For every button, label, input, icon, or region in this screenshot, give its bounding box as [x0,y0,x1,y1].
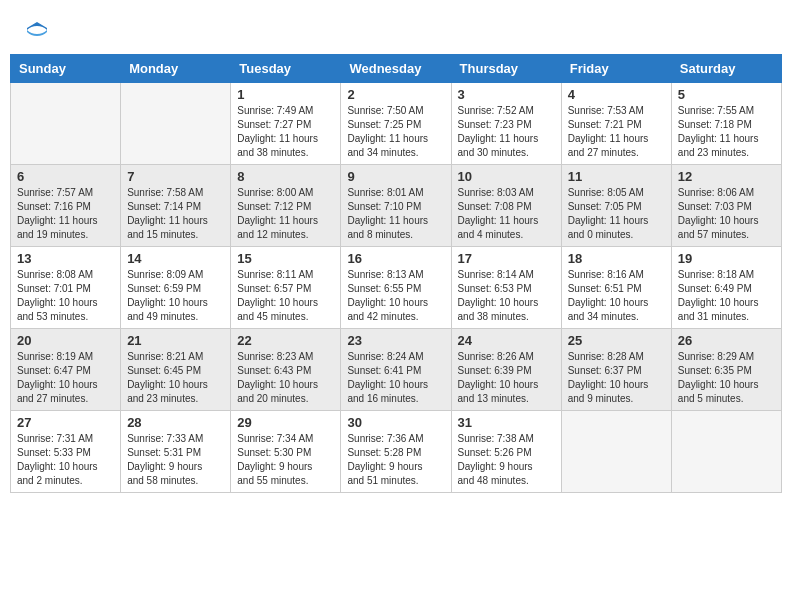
day-number: 19 [678,251,775,266]
day-info: Sunrise: 8:26 AM Sunset: 6:39 PM Dayligh… [458,350,555,406]
calendar-cell: 1Sunrise: 7:49 AM Sunset: 7:27 PM Daylig… [231,83,341,165]
column-header-sunday: Sunday [11,55,121,83]
calendar-cell: 14Sunrise: 8:09 AM Sunset: 6:59 PM Dayli… [121,247,231,329]
calendar-cell: 20Sunrise: 8:19 AM Sunset: 6:47 PM Dayli… [11,329,121,411]
calendar-cell: 10Sunrise: 8:03 AM Sunset: 7:08 PM Dayli… [451,165,561,247]
calendar-cell: 15Sunrise: 8:11 AM Sunset: 6:57 PM Dayli… [231,247,341,329]
calendar-cell: 28Sunrise: 7:33 AM Sunset: 5:31 PM Dayli… [121,411,231,493]
day-info: Sunrise: 8:01 AM Sunset: 7:10 PM Dayligh… [347,186,444,242]
column-header-wednesday: Wednesday [341,55,451,83]
calendar-header-row: SundayMondayTuesdayWednesdayThursdayFrid… [11,55,782,83]
day-number: 5 [678,87,775,102]
column-header-tuesday: Tuesday [231,55,341,83]
calendar-cell: 26Sunrise: 8:29 AM Sunset: 6:35 PM Dayli… [671,329,781,411]
calendar-cell: 22Sunrise: 8:23 AM Sunset: 6:43 PM Dayli… [231,329,341,411]
day-number: 29 [237,415,334,430]
day-number: 30 [347,415,444,430]
day-info: Sunrise: 8:29 AM Sunset: 6:35 PM Dayligh… [678,350,775,406]
calendar-cell [671,411,781,493]
day-info: Sunrise: 8:14 AM Sunset: 6:53 PM Dayligh… [458,268,555,324]
day-number: 4 [568,87,665,102]
calendar-cell: 17Sunrise: 8:14 AM Sunset: 6:53 PM Dayli… [451,247,561,329]
day-number: 20 [17,333,114,348]
day-info: Sunrise: 7:31 AM Sunset: 5:33 PM Dayligh… [17,432,114,488]
day-number: 25 [568,333,665,348]
day-number: 28 [127,415,224,430]
day-number: 22 [237,333,334,348]
day-number: 16 [347,251,444,266]
day-info: Sunrise: 7:36 AM Sunset: 5:28 PM Dayligh… [347,432,444,488]
calendar-week-row: 6Sunrise: 7:57 AM Sunset: 7:16 PM Daylig… [11,165,782,247]
day-number: 7 [127,169,224,184]
day-number: 1 [237,87,334,102]
day-number: 26 [678,333,775,348]
day-info: Sunrise: 8:13 AM Sunset: 6:55 PM Dayligh… [347,268,444,324]
day-number: 8 [237,169,334,184]
calendar-cell: 16Sunrise: 8:13 AM Sunset: 6:55 PM Dayli… [341,247,451,329]
day-info: Sunrise: 8:28 AM Sunset: 6:37 PM Dayligh… [568,350,665,406]
calendar-cell [11,83,121,165]
day-info: Sunrise: 7:50 AM Sunset: 7:25 PM Dayligh… [347,104,444,160]
day-number: 31 [458,415,555,430]
logo-icon [25,20,49,44]
day-number: 15 [237,251,334,266]
column-header-thursday: Thursday [451,55,561,83]
calendar-cell [121,83,231,165]
day-info: Sunrise: 7:34 AM Sunset: 5:30 PM Dayligh… [237,432,334,488]
day-number: 2 [347,87,444,102]
day-info: Sunrise: 8:08 AM Sunset: 7:01 PM Dayligh… [17,268,114,324]
day-info: Sunrise: 8:00 AM Sunset: 7:12 PM Dayligh… [237,186,334,242]
day-number: 17 [458,251,555,266]
calendar-cell: 8Sunrise: 8:00 AM Sunset: 7:12 PM Daylig… [231,165,341,247]
calendar-week-row: 20Sunrise: 8:19 AM Sunset: 6:47 PM Dayli… [11,329,782,411]
day-info: Sunrise: 8:19 AM Sunset: 6:47 PM Dayligh… [17,350,114,406]
day-info: Sunrise: 8:11 AM Sunset: 6:57 PM Dayligh… [237,268,334,324]
day-info: Sunrise: 7:57 AM Sunset: 7:16 PM Dayligh… [17,186,114,242]
calendar-week-row: 1Sunrise: 7:49 AM Sunset: 7:27 PM Daylig… [11,83,782,165]
day-info: Sunrise: 8:16 AM Sunset: 6:51 PM Dayligh… [568,268,665,324]
calendar-week-row: 27Sunrise: 7:31 AM Sunset: 5:33 PM Dayli… [11,411,782,493]
column-header-friday: Friday [561,55,671,83]
calendar-cell: 30Sunrise: 7:36 AM Sunset: 5:28 PM Dayli… [341,411,451,493]
day-info: Sunrise: 7:58 AM Sunset: 7:14 PM Dayligh… [127,186,224,242]
calendar-cell: 7Sunrise: 7:58 AM Sunset: 7:14 PM Daylig… [121,165,231,247]
calendar-cell: 12Sunrise: 8:06 AM Sunset: 7:03 PM Dayli… [671,165,781,247]
day-number: 6 [17,169,114,184]
column-header-saturday: Saturday [671,55,781,83]
page-header [10,10,782,49]
calendar-cell: 29Sunrise: 7:34 AM Sunset: 5:30 PM Dayli… [231,411,341,493]
calendar-cell: 25Sunrise: 8:28 AM Sunset: 6:37 PM Dayli… [561,329,671,411]
calendar-cell: 19Sunrise: 8:18 AM Sunset: 6:49 PM Dayli… [671,247,781,329]
calendar-cell: 18Sunrise: 8:16 AM Sunset: 6:51 PM Dayli… [561,247,671,329]
calendar-cell: 5Sunrise: 7:55 AM Sunset: 7:18 PM Daylig… [671,83,781,165]
day-info: Sunrise: 7:33 AM Sunset: 5:31 PM Dayligh… [127,432,224,488]
calendar-cell: 24Sunrise: 8:26 AM Sunset: 6:39 PM Dayli… [451,329,561,411]
day-info: Sunrise: 8:05 AM Sunset: 7:05 PM Dayligh… [568,186,665,242]
calendar-cell: 4Sunrise: 7:53 AM Sunset: 7:21 PM Daylig… [561,83,671,165]
calendar-table: SundayMondayTuesdayWednesdayThursdayFrid… [10,54,782,493]
day-number: 3 [458,87,555,102]
day-number: 24 [458,333,555,348]
calendar-cell: 9Sunrise: 8:01 AM Sunset: 7:10 PM Daylig… [341,165,451,247]
day-info: Sunrise: 7:49 AM Sunset: 7:27 PM Dayligh… [237,104,334,160]
calendar-cell: 6Sunrise: 7:57 AM Sunset: 7:16 PM Daylig… [11,165,121,247]
calendar-cell [561,411,671,493]
day-info: Sunrise: 8:09 AM Sunset: 6:59 PM Dayligh… [127,268,224,324]
day-number: 23 [347,333,444,348]
day-number: 9 [347,169,444,184]
day-info: Sunrise: 8:06 AM Sunset: 7:03 PM Dayligh… [678,186,775,242]
day-info: Sunrise: 8:18 AM Sunset: 6:49 PM Dayligh… [678,268,775,324]
calendar-cell: 31Sunrise: 7:38 AM Sunset: 5:26 PM Dayli… [451,411,561,493]
logo [25,20,51,44]
day-info: Sunrise: 8:21 AM Sunset: 6:45 PM Dayligh… [127,350,224,406]
calendar-cell: 11Sunrise: 8:05 AM Sunset: 7:05 PM Dayli… [561,165,671,247]
day-info: Sunrise: 8:24 AM Sunset: 6:41 PM Dayligh… [347,350,444,406]
day-info: Sunrise: 8:23 AM Sunset: 6:43 PM Dayligh… [237,350,334,406]
day-number: 27 [17,415,114,430]
day-number: 10 [458,169,555,184]
day-info: Sunrise: 8:03 AM Sunset: 7:08 PM Dayligh… [458,186,555,242]
column-header-monday: Monday [121,55,231,83]
day-number: 13 [17,251,114,266]
day-number: 21 [127,333,224,348]
calendar-cell: 2Sunrise: 7:50 AM Sunset: 7:25 PM Daylig… [341,83,451,165]
